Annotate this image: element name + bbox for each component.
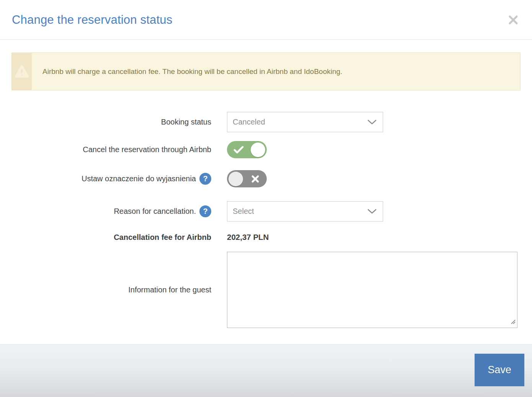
help-icon[interactable]: ? bbox=[199, 205, 211, 217]
chevron-down-icon bbox=[367, 209, 377, 214]
cancel-via-airbnb-row: Cancel the reservation through Airbnb bbox=[0, 141, 532, 158]
mark-for-clarification-row: Ustaw oznaczenie do wyjasnienia ? bbox=[0, 170, 532, 187]
cancellation-reason-label: Reason for cancellation. ? bbox=[0, 205, 211, 217]
reservation-status-form: Booking status Canceled Cancel the reser… bbox=[0, 112, 532, 328]
modal-footer: Save bbox=[0, 344, 532, 397]
warning-triangle-icon bbox=[14, 64, 29, 79]
cancellation-fee-row: Cancellation fee for Airbnb 202,37 PLN bbox=[0, 233, 532, 242]
toggle-knob bbox=[228, 172, 243, 186]
close-button[interactable] bbox=[506, 13, 520, 27]
mark-for-clarification-label: Ustaw oznaczenie do wyjasnienia ? bbox=[0, 173, 211, 185]
mark-for-clarification-toggle[interactable] bbox=[227, 170, 267, 187]
close-icon bbox=[508, 14, 519, 26]
booking-status-row: Booking status Canceled bbox=[0, 112, 532, 132]
booking-status-label: Booking status bbox=[0, 118, 211, 126]
cancel-via-airbnb-toggle[interactable] bbox=[227, 141, 267, 158]
cancellation-reason-row: Reason for cancellation. ? Select bbox=[0, 201, 532, 221]
booking-status-select[interactable]: Canceled bbox=[227, 112, 383, 132]
cancellation-reason-text: Reason for cancellation. bbox=[114, 207, 196, 216]
check-icon bbox=[233, 146, 244, 154]
guest-info-row: Information for the guest bbox=[0, 252, 532, 328]
cancellation-fee-value: 202,37 PLN bbox=[227, 233, 269, 241]
page-title: Change the reservation status bbox=[12, 13, 172, 27]
warning-icon-strip bbox=[12, 53, 32, 90]
modal-header: Change the reservation status bbox=[0, 0, 532, 40]
cancellation-reason-selected-value: Select bbox=[233, 207, 254, 216]
x-icon bbox=[251, 175, 259, 183]
mark-for-clarification-text: Ustaw oznaczenie do wyjasnienia bbox=[82, 174, 196, 183]
guest-info-label: Information for the guest bbox=[0, 285, 211, 294]
help-icon[interactable]: ? bbox=[199, 173, 211, 185]
toggle-knob bbox=[251, 143, 265, 157]
cancel-via-airbnb-label: Cancel the reservation through Airbnb bbox=[0, 145, 211, 154]
save-button[interactable]: Save bbox=[475, 354, 524, 386]
chevron-down-icon bbox=[367, 120, 377, 125]
booking-status-selected-value: Canceled bbox=[233, 118, 265, 126]
cancellation-reason-select[interactable]: Select bbox=[227, 201, 383, 221]
cancellation-fee-label: Cancellation fee for Airbnb bbox=[0, 233, 211, 242]
guest-info-textarea[interactable] bbox=[227, 252, 517, 328]
warning-banner: Airbnb will charge a cancellation fee. T… bbox=[11, 52, 521, 90]
warning-message: Airbnb will charge a cancellation fee. T… bbox=[32, 53, 342, 90]
